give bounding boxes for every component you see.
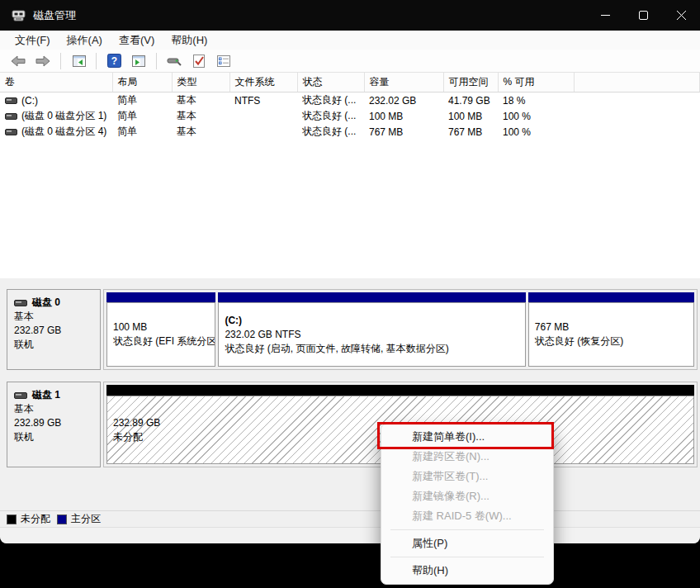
cell-status: 状态良好 (... bbox=[297, 108, 364, 124]
menu-file[interactable]: 文件(F) bbox=[7, 31, 59, 50]
menu-separator bbox=[390, 557, 544, 557]
volume-icon bbox=[5, 97, 17, 105]
window-footer bbox=[0, 527, 700, 543]
back-icon[interactable] bbox=[8, 52, 28, 70]
col-header-volume[interactable]: 卷 bbox=[0, 73, 112, 92]
volume-name: (C:) bbox=[21, 95, 38, 107]
cell-status: 状态良好 (... bbox=[297, 124, 364, 140]
menu-action[interactable]: 操作(A) bbox=[59, 31, 111, 50]
legend-bar: 未分配 主分区 bbox=[0, 510, 700, 527]
primary-partition-swatch bbox=[57, 514, 67, 524]
app-icon bbox=[12, 9, 26, 22]
svg-text:?: ? bbox=[111, 55, 116, 67]
forward-icon[interactable] bbox=[33, 52, 53, 70]
menu-item-properties[interactable]: 属性(P) bbox=[381, 533, 553, 553]
volume-name: (磁盘 0 磁盘分区 4) bbox=[21, 125, 106, 139]
menu-separator bbox=[390, 529, 544, 530]
partition-status-label: 状态良好 (恢复分区) bbox=[535, 334, 693, 349]
cell-type: 基本 bbox=[172, 108, 229, 124]
partition-color-bar bbox=[106, 292, 215, 302]
volume-icon bbox=[5, 128, 17, 136]
partition-volume-label: (C:) bbox=[225, 314, 524, 328]
maximize-button[interactable] bbox=[624, 0, 662, 31]
splitter[interactable] bbox=[0, 278, 700, 285]
table-row[interactable]: (C:) 简单 基本 NTFS 状态良好 (... 232.02 GB 41.7… bbox=[0, 92, 700, 109]
cell-free: 100 MB bbox=[443, 108, 498, 124]
cell-capacity: 232.02 GB bbox=[364, 92, 443, 109]
disk0-partitions: 100 MB 状态良好 (EFI 系统分区 (C:) 232.02 GB NTF… bbox=[103, 289, 698, 370]
legend-item-unallocated: 未分配 bbox=[7, 512, 50, 526]
disk0-label-panel[interactable]: 磁盘 0 基本 232.87 GB 联机 bbox=[7, 289, 101, 370]
unallocated-swatch bbox=[7, 514, 17, 524]
action-pane-icon[interactable] bbox=[129, 52, 149, 70]
view-fields-icon[interactable] bbox=[214, 52, 234, 70]
disk1-size: 232.89 GB bbox=[14, 416, 97, 430]
console-tree-icon[interactable] bbox=[69, 52, 88, 70]
menu-item-new-mirrored-volume: 新建镜像卷(R)... bbox=[381, 486, 553, 506]
disk0-row: 磁盘 0 基本 232.87 GB 联机 100 MB 状态良好 (EFI 系统… bbox=[7, 289, 698, 370]
cell-layout: 简单 bbox=[112, 108, 172, 124]
cell-filesystem: NTFS bbox=[229, 92, 297, 109]
cell-pct-free: 100 % bbox=[498, 108, 574, 124]
minimize-button[interactable] bbox=[586, 0, 624, 31]
volume-name: (磁盘 0 磁盘分区 1) bbox=[21, 109, 106, 123]
disk-icon bbox=[14, 391, 27, 400]
disk0-name: 磁盘 0 bbox=[32, 296, 60, 310]
graphical-view: 磁盘 0 基本 232.87 GB 联机 100 MB 状态良好 (EFI 系统… bbox=[0, 285, 700, 510]
col-header-pct-free[interactable]: % 可用 bbox=[498, 73, 574, 92]
menu-bar: 文件(F) 操作(A) 查看(V) 帮助(H) bbox=[0, 31, 700, 50]
close-button[interactable] bbox=[662, 0, 700, 31]
disk0-size: 232.87 GB bbox=[14, 324, 97, 338]
rescan-disks-icon[interactable] bbox=[164, 52, 184, 70]
disk1-label-panel[interactable]: 磁盘 1 基本 232.89 GB 联机 bbox=[7, 382, 101, 467]
partition-size-label: 767 MB bbox=[535, 320, 693, 334]
menu-item-new-simple-volume[interactable]: 新建简单卷(I)... bbox=[381, 427, 553, 447]
col-header-filesystem[interactable]: 文件系统 bbox=[229, 73, 297, 92]
context-menu: 新建简单卷(I)... 新建跨区卷(N)... 新建带区卷(T)... 新建镜像… bbox=[381, 424, 554, 585]
toolbar-separator bbox=[156, 53, 157, 69]
cell-status: 状态良好 (... bbox=[297, 92, 364, 109]
help-icon[interactable]: ? bbox=[104, 52, 124, 70]
partition-c-drive[interactable]: (C:) 232.02 GB NTFS 状态良好 (启动, 页面文件, 故障转储… bbox=[218, 292, 525, 367]
menu-view[interactable]: 查看(V) bbox=[111, 31, 163, 50]
title-bar: 磁盘管理 bbox=[0, 0, 700, 31]
menu-item-new-raid5-volume: 新建 RAID-5 卷(W)... bbox=[381, 506, 553, 526]
disk-icon bbox=[14, 299, 27, 307]
menu-help[interactable]: 帮助(H) bbox=[163, 31, 215, 50]
col-header-capacity[interactable]: 容量 bbox=[364, 73, 443, 92]
partition-color-bar bbox=[218, 292, 525, 302]
legend-item-primary: 主分区 bbox=[57, 512, 101, 526]
cell-free: 767 MB bbox=[443, 124, 498, 140]
cell-filesystem bbox=[229, 108, 297, 124]
cell-filesystem bbox=[229, 124, 297, 140]
cell-free: 41.79 GB bbox=[443, 92, 498, 109]
check-volume-icon[interactable] bbox=[189, 52, 209, 70]
col-header-layout[interactable]: 布局 bbox=[112, 73, 172, 92]
cell-capacity: 100 MB bbox=[364, 108, 443, 124]
toolbar-separator bbox=[96, 53, 97, 69]
partition-size-label: 100 MB bbox=[113, 320, 215, 334]
cell-layout: 简单 bbox=[112, 92, 172, 109]
cell-pct-free: 100 % bbox=[498, 124, 574, 140]
cell-type: 基本 bbox=[172, 124, 229, 140]
partition-recovery[interactable]: 767 MB 状态良好 (恢复分区) bbox=[528, 292, 694, 367]
partition-color-bar bbox=[528, 292, 694, 302]
partition-status-label: 状态良好 (EFI 系统分区 bbox=[113, 334, 215, 349]
window-title: 磁盘管理 bbox=[33, 8, 76, 23]
col-header-type[interactable]: 类型 bbox=[172, 73, 229, 92]
menu-item-new-spanned-volume: 新建跨区卷(N)... bbox=[381, 447, 553, 467]
col-header-free[interactable]: 可用空间 bbox=[443, 73, 498, 92]
table-row[interactable]: (磁盘 0 磁盘分区 1) 简单 基本 状态良好 (... 100 MB 100… bbox=[0, 108, 700, 124]
volume-icon bbox=[5, 112, 17, 121]
menu-item-help[interactable]: 帮助(H) bbox=[381, 561, 553, 581]
cell-pct-free: 18 % bbox=[498, 92, 574, 109]
unallocated-color-bar bbox=[106, 385, 694, 396]
col-header-empty bbox=[574, 73, 700, 92]
table-header-row: 卷 布局 类型 文件系统 状态 容量 可用空间 % 可用 bbox=[0, 73, 700, 92]
toolbar: ? bbox=[0, 50, 700, 73]
legend-label: 主分区 bbox=[71, 512, 101, 526]
col-header-status[interactable]: 状态 bbox=[297, 73, 364, 92]
partition-efi[interactable]: 100 MB 状态良好 (EFI 系统分区 bbox=[106, 292, 215, 367]
disk1-row: 磁盘 1 基本 232.89 GB 联机 232.89 GB 未分配 bbox=[7, 382, 698, 467]
table-row[interactable]: (磁盘 0 磁盘分区 4) 简单 基本 状态良好 (... 767 MB 767… bbox=[0, 124, 700, 140]
